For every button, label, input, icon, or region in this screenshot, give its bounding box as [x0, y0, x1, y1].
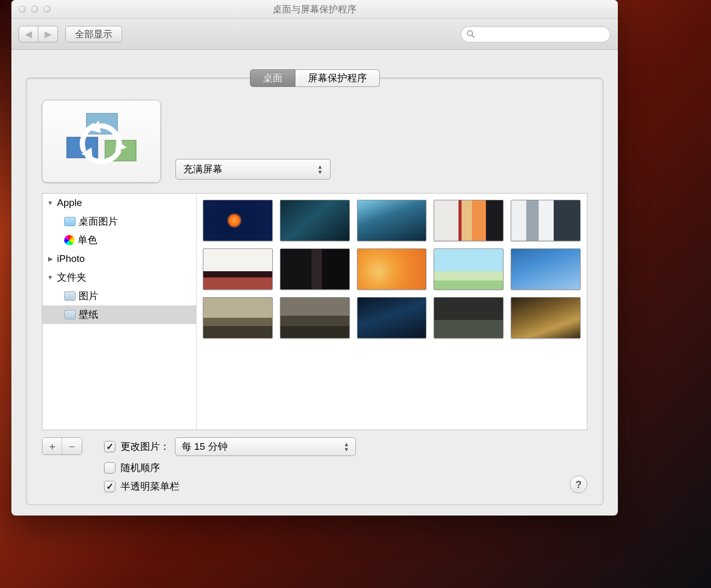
toolbar: ◀ ▶ 全部显示 [11, 19, 618, 50]
wallpaper-thumbnail[interactable] [280, 200, 350, 241]
wallpaper-thumbnail[interactable] [203, 297, 273, 339]
search-input[interactable] [479, 30, 605, 39]
wallpaper-thumbnail[interactable] [357, 200, 427, 241]
close-button[interactable] [19, 6, 26, 13]
random-order-checkbox[interactable] [104, 462, 115, 474]
sidebar-group-apple[interactable]: ▼ Apple [42, 194, 196, 212]
tab-group: 桌面 屏幕保护程序 [26, 69, 603, 87]
traffic-lights [19, 6, 51, 13]
bottom-controls: ＋ － 更改图片： 每 15 分钟 ▲▼ 随机顺序 [42, 437, 587, 493]
sidebar-item-wallpapers[interactable]: 壁纸 [42, 305, 196, 324]
cycle-icon [57, 110, 145, 172]
wallpaper-thumbnail[interactable] [511, 248, 581, 290]
current-wallpaper-preview [42, 100, 161, 183]
folder-icon [64, 291, 76, 301]
sidebar-group-iphoto[interactable]: ▶ iPhoto [42, 249, 196, 268]
wallpaper-thumbnail[interactable] [203, 200, 273, 241]
interval-value: 每 15 分钟 [182, 440, 228, 453]
preferences-window: 桌面与屏幕保护程序 ◀ ▶ 全部显示 桌面 屏幕保护程序 [11, 0, 618, 516]
wallpaper-thumbnail[interactable] [511, 200, 581, 241]
remove-folder-button[interactable]: － [62, 438, 82, 454]
svg-line-1 [472, 35, 474, 37]
wallpaper-thumbnail[interactable] [511, 297, 581, 339]
wallpaper-thumbnail[interactable] [357, 248, 427, 290]
sidebar-label: Apple [57, 197, 82, 209]
search-icon [466, 30, 476, 39]
sidebar-group-folders[interactable]: ▼ 文件夹 [42, 268, 196, 287]
minimize-button[interactable] [31, 6, 38, 13]
show-all-button[interactable]: 全部显示 [65, 26, 122, 42]
wallpaper-thumbnail[interactable] [434, 248, 503, 290]
folder-icon [64, 217, 76, 226]
disclosure-triangle-icon: ▶ [47, 255, 54, 262]
source-sidebar: ▼ Apple 桌面图片 单色 ▶ iPhoto [42, 194, 197, 430]
window-title: 桌面与屏幕保护程序 [11, 3, 618, 16]
color-wheel-icon [64, 235, 75, 245]
tab-screensaver[interactable]: 屏幕保护程序 [295, 69, 380, 87]
content-area: 桌面 屏幕保护程序 [11, 50, 618, 516]
folder-icon [64, 310, 76, 319]
tab-desktop[interactable]: 桌面 [250, 69, 295, 87]
wallpaper-thumbnail[interactable] [434, 200, 503, 241]
add-remove-group: ＋ － [42, 437, 82, 455]
titlebar: 桌面与屏幕保护程序 [11, 0, 618, 19]
sidebar-label: 图片 [79, 289, 98, 303]
translucent-menubar-label: 半透明菜单栏 [121, 480, 180, 493]
zoom-button[interactable] [43, 6, 51, 13]
sidebar-item-solid-colors[interactable]: 单色 [42, 231, 196, 249]
interval-select[interactable]: 每 15 分钟 ▲▼ [175, 437, 356, 456]
sidebar-label: 壁纸 [79, 308, 98, 321]
nav-forward-button[interactable]: ▶ [38, 26, 58, 42]
sidebar-item-desktop-pictures[interactable]: 桌面图片 [42, 212, 196, 231]
translucent-menubar-checkbox[interactable] [104, 481, 115, 492]
wallpaper-thumbnail[interactable] [280, 248, 350, 290]
nav-group: ◀ ▶ [19, 26, 58, 42]
wallpaper-thumbnail[interactable] [280, 297, 350, 339]
preview-row: 充满屏幕 ▲▼ [42, 100, 587, 183]
sidebar-label: 桌面图片 [79, 215, 118, 228]
thumbnail-grid [197, 194, 587, 430]
help-button[interactable]: ? [570, 476, 587, 493]
translucent-menubar-row: 半透明菜单栏 [104, 480, 548, 493]
sidebar-label: 文件夹 [57, 271, 86, 284]
stepper-icon: ▲▼ [317, 164, 323, 174]
desktop-panel: 充满屏幕 ▲▼ ▼ Apple 桌面图片 单色 [26, 78, 603, 505]
disclosure-triangle-icon: ▼ [47, 274, 54, 281]
sidebar-label: 单色 [78, 233, 97, 247]
random-order-label: 随机顺序 [121, 461, 160, 475]
fill-mode-select[interactable]: 充满屏幕 ▲▼ [175, 159, 331, 180]
add-folder-button[interactable]: ＋ [42, 438, 62, 454]
wallpaper-thumbnail[interactable] [434, 297, 503, 339]
change-picture-row: 更改图片： 每 15 分钟 ▲▼ [104, 437, 548, 456]
change-picture-checkbox[interactable] [104, 441, 115, 452]
fill-mode-value: 充满屏幕 [183, 163, 223, 176]
sidebar-label: iPhoto [57, 253, 85, 264]
nav-back-button[interactable]: ◀ [19, 26, 38, 42]
sidebar-item-pictures[interactable]: 图片 [42, 287, 196, 305]
options-column: 更改图片： 每 15 分钟 ▲▼ 随机顺序 半透明菜单栏 [104, 437, 548, 493]
wallpaper-browser: ▼ Apple 桌面图片 单色 ▶ iPhoto [42, 193, 587, 430]
random-order-row: 随机顺序 [104, 461, 548, 475]
wallpaper-thumbnail[interactable] [357, 297, 427, 339]
change-picture-label: 更改图片： [121, 440, 170, 453]
wallpaper-thumbnail[interactable] [203, 248, 273, 290]
disclosure-triangle-icon: ▼ [47, 199, 54, 207]
search-field[interactable] [461, 26, 611, 42]
stepper-icon: ▲▼ [344, 442, 349, 452]
